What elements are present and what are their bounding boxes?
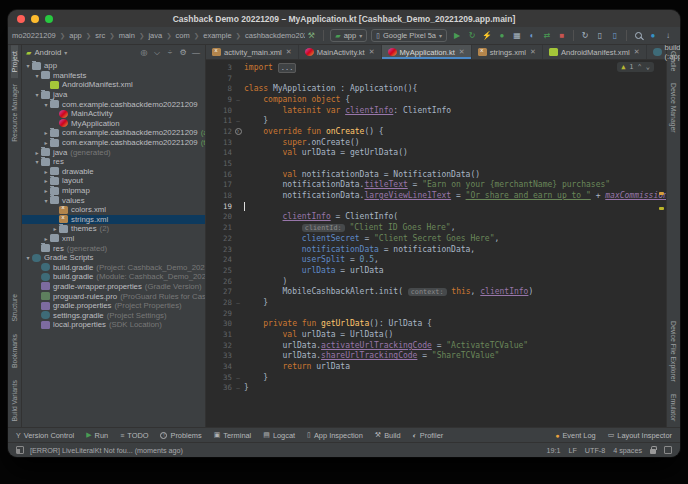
minimize-window-button[interactable] [31, 15, 39, 23]
tree-item-strings-xml[interactable]: strings.xml [22, 215, 205, 225]
tree-item-local-properties[interactable]: local.properties(SDK Location) [22, 320, 205, 330]
tree-item-themes[interactable]: ▸themes(2) [22, 224, 205, 234]
sidebar-item-device-file-explorer[interactable]: Device File Explorer [670, 315, 677, 388]
tree-item-res[interactable]: res(generated) [22, 243, 205, 253]
tab-myapplication-kt[interactable]: MyApplication.kt✕ [382, 45, 472, 59]
toolwindow-button-problems[interactable]: !Problems [160, 431, 201, 440]
sidebar-item-device-manager[interactable]: Device Manager [670, 77, 677, 139]
toolwindow-button-event-log[interactable]: ●Event Log [555, 431, 596, 440]
tab-strings-xml[interactable]: strings.xml✕ [472, 45, 543, 59]
tab-androidmanifest-xml[interactable]: AndroidManifest.xml✕ [543, 45, 647, 59]
toolwindow-toggle-icon[interactable] [16, 446, 24, 454]
chevron-right-icon[interactable]: ▸ [42, 235, 50, 242]
next-issue-icon[interactable]: ⌄ [646, 63, 650, 71]
toolwindow-button-terminal[interactable]: ▣Terminal [214, 431, 252, 440]
close-tab-icon[interactable]: ✕ [634, 48, 640, 56]
expand-all-icon[interactable]: ⌵ [152, 48, 162, 58]
profiler-icon[interactable]: ◐ [526, 30, 538, 42]
toolwindow-button-build[interactable]: ⚒Build [375, 431, 401, 440]
tree-item-values[interactable]: ▾values [22, 195, 205, 205]
chevron-right-icon[interactable]: ▸ [42, 187, 50, 194]
tree-item-java[interactable]: ▸java(generated) [22, 147, 205, 157]
breadcrumb-item-app[interactable]: app [67, 30, 84, 41]
toolwindow-button-run[interactable]: ▶Run [86, 431, 108, 440]
tree-item-com-example-cashbackdemo20221209[interactable]: ▾com.example.cashbackdemo20221209 [22, 99, 205, 109]
caret-position[interactable]: 19:1 [546, 446, 560, 455]
tree-item-gradle-scripts[interactable]: ▾Gradle Scripts [22, 253, 205, 263]
tree-item-settings-gradle[interactable]: settings.gradle(Project Settings) [22, 310, 205, 320]
close-window-button[interactable] [17, 15, 25, 23]
indicator-icon[interactable] [664, 446, 672, 454]
hide-panel-icon[interactable]: — [191, 48, 201, 57]
chevron-down-icon[interactable]: ▾ [24, 62, 32, 69]
tree-item-build-gradle[interactable]: build.gradle(Project: Cashback_Demo_2022… [22, 262, 205, 272]
chevron-down-icon[interactable]: ▾ [33, 158, 41, 165]
toolwindow-button-profiler[interactable]: ◐Profiler [413, 431, 444, 440]
coverage-icon[interactable]: ▦ [511, 30, 523, 42]
sidebar-item-resource-manager[interactable]: Resource Manager [11, 78, 18, 148]
tree-item-proguard-rules-pro[interactable]: proguard-rules.pro(ProGuard Rules for Ca… [22, 291, 205, 301]
apply-changes-icon[interactable]: ↻ [466, 30, 478, 42]
tree-item-res[interactable]: ▾res [22, 157, 205, 167]
tree-item-colors-xml[interactable]: colors.xml [22, 205, 205, 215]
editor-scrollbar[interactable] [657, 60, 666, 427]
chevron-right-icon[interactable]: ▸ [33, 149, 41, 156]
breadcrumb-item-main[interactable]: main [117, 30, 137, 41]
breadcrumb-item-src[interactable]: src [93, 30, 107, 41]
tab-build-gradle-app-[interactable]: build.gradle (:app)✕ [647, 45, 680, 59]
breadcrumb-item-cashbackdemo20221209[interactable]: cashbackdemo20221209 [243, 30, 305, 41]
locate-file-icon[interactable]: ◎ [139, 48, 149, 57]
run-configuration-select[interactable]: ▰ app ▾ [330, 29, 367, 42]
chevron-down-icon[interactable]: ▾ [24, 254, 32, 261]
prev-issue-icon[interactable]: ⌃ [638, 63, 642, 71]
collapse-all-icon[interactable]: ÷ [165, 48, 175, 57]
line-ending[interactable]: LF [568, 446, 576, 455]
stop-icon[interactable]: ■ [556, 30, 568, 42]
tree-item-drawable[interactable]: ▸drawable [22, 167, 205, 177]
sidebar-item-emulator[interactable]: Emulator [670, 388, 677, 427]
sync-gradle-icon[interactable]: ↻ [579, 30, 591, 42]
sidebar-item-build-variants[interactable]: Build Variants [11, 374, 18, 427]
tree-item-myapplication[interactable]: MyApplication [22, 119, 205, 129]
breadcrumb-item-example[interactable]: example [201, 30, 233, 41]
pair-devices-icon[interactable]: ▯ [609, 30, 621, 42]
attach-debugger-icon[interactable]: ⇄ [541, 30, 553, 42]
tab-activity-main-xml[interactable]: activity_main.xml✕ [206, 45, 299, 59]
chevron-right-icon[interactable]: ▸ [42, 177, 50, 184]
debug-icon[interactable]: ● [496, 30, 508, 42]
tree-item-xml[interactable]: ▸xml [22, 234, 205, 244]
chevron-right-icon[interactable]: ▸ [42, 139, 50, 146]
tree-item-mainactivity[interactable]: MainActivity [22, 109, 205, 119]
apply-code-changes-icon[interactable]: ⚡ [481, 30, 493, 42]
file-encoding[interactable]: UTF-8 [585, 446, 605, 455]
run-icon[interactable]: ▶ [451, 30, 463, 42]
tree-item-mipmap[interactable]: ▸mipmap [22, 186, 205, 196]
toolwindow-button-layout-inspector[interactable]: ▭Layout Inspector [608, 431, 672, 440]
tree-item-gradle-wrapper-properties[interactable]: gradle-wrapper.properties(Gradle Version… [22, 282, 205, 292]
breadcrumb-item-java[interactable]: java [146, 30, 164, 41]
settings-gear-icon[interactable]: ⚙ [178, 48, 188, 57]
close-tab-icon[interactable]: ✕ [286, 48, 292, 56]
chevron-down-icon[interactable]: ▾ [33, 91, 41, 98]
project-view-selector[interactable]: Android [34, 48, 61, 57]
close-tab-icon[interactable]: ✕ [530, 48, 536, 56]
chevron-down-icon[interactable]: ▾ [42, 101, 50, 108]
tree-item-com-example-cashbackdemo20221209[interactable]: ▸com.example.cashbackdemo20221209(test) [22, 138, 205, 148]
sidebar-item-project[interactable]: Project [11, 45, 18, 78]
sidebar-item-bookmarks[interactable]: Bookmarks [11, 328, 18, 374]
toolwindow-button-version-control[interactable]: YVersion Control [16, 431, 74, 440]
inspection-widget[interactable]: ▲ 1 ⌃ ⌄ [617, 62, 654, 72]
tree-item-layout[interactable]: ▸layout [22, 176, 205, 186]
tree-item-com-example-cashbackdemo20221209[interactable]: ▸com.example.cashbackdemo20221209(androi… [22, 128, 205, 138]
indent-setting[interactable]: 4 spaces [613, 446, 642, 455]
tree-item-build-gradle[interactable]: build.gradle(Module: Cashback_Demo_20221… [22, 272, 205, 282]
tab-mainactivity-kt[interactable]: MainActivity.kt✕ [299, 45, 382, 59]
lock-icon[interactable] [650, 449, 656, 454]
device-select[interactable]: ▯ Google Pixel 5a ▾ [371, 29, 447, 42]
tree-item-java[interactable]: ▾java [22, 90, 205, 100]
sdk-manager-icon[interactable]: ↓ [662, 30, 674, 42]
status-message[interactable]: [ERROR] LiveLiteralKt Not fou... (moment… [30, 446, 183, 455]
chevron-down-icon[interactable]: ▾ [42, 197, 50, 204]
close-tab-icon[interactable]: ✕ [369, 48, 375, 56]
chevron-down-icon[interactable]: ▾ [33, 72, 41, 79]
